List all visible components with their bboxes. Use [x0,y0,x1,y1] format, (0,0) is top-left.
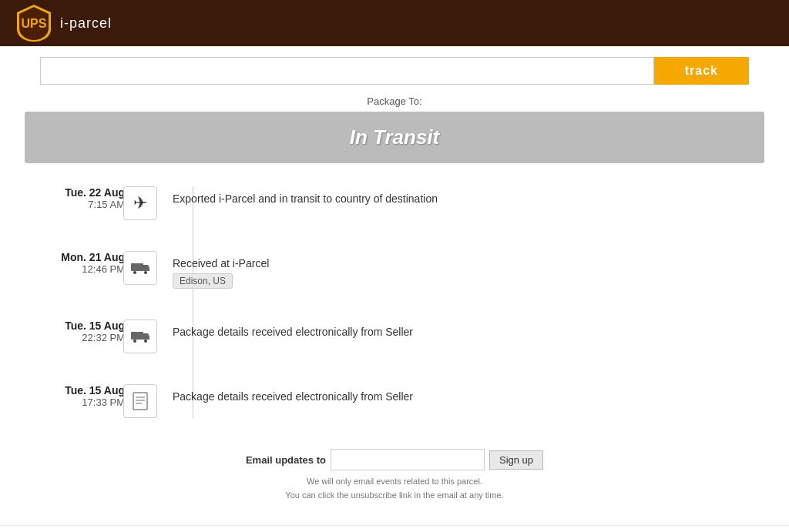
header: UPS i-parcel [0,0,789,46]
location-badge: Edison, US [173,273,233,289]
event-text: Package details received electronically … [173,326,749,338]
search-bar: track [25,46,764,95]
search-input[interactable] [40,57,654,85]
timeline-content: Received at i-Parcel Edison, US [157,251,749,289]
email-note-line2: You can click the unsubscribe link in th… [40,489,749,503]
package-to-label: Package To: [0,95,789,107]
timeline-content: Package details received electronically … [157,384,749,403]
timeline: Tue. 22 Aug 7:15 AM ✈ Exported i-Parcel … [25,186,764,418]
signup-button[interactable]: Sign up [489,450,543,470]
event-text: Exported i-Parcel and in transit to coun… [173,192,749,205]
timeline-line [193,186,193,418]
date-day: Tue. 15 Aug [40,320,125,332]
svg-point-5 [133,340,136,343]
timeline-item: Mon. 21 Aug 12:46 PM Received at i-Parce… [40,251,749,289]
timeline-content: Package details received electronically … [157,320,749,338]
truck-icon [123,251,157,285]
email-section: Email updates to Sign up We will only em… [25,449,764,517]
event-text: Package details received electronically … [173,390,749,403]
svg-rect-7 [133,393,147,410]
svg-rect-1 [131,263,143,271]
timeline-item: Tue. 15 Aug 17:33 PM Package details rec… [40,384,749,418]
footer: Questions, comments or concerns about yo… [0,525,789,532]
svg-point-2 [133,271,136,274]
status-text: In Transit [350,125,440,149]
date-time: 7:15 AM [40,199,125,210]
date-day: Tue. 15 Aug [40,384,125,396]
svg-rect-4 [131,332,143,340]
plane-icon: ✈ [123,186,157,220]
timeline-content: Exported i-Parcel and in transit to coun… [157,186,749,205]
brand-name: i-parcel [60,15,112,32]
date-time: 17:33 PM [40,396,125,408]
email-note-line1: We will only email events related to thi… [40,475,749,489]
email-input[interactable] [331,449,485,470]
track-button[interactable]: track [654,57,749,85]
timeline-item: Tue. 15 Aug 22:32 PM Package details rec… [40,320,749,353]
date-day: Mon. 21 Aug [40,251,125,263]
truck-icon [123,320,157,353]
svg-text:UPS: UPS [22,17,47,30]
svg-point-6 [144,340,147,343]
ups-logo-icon: UPS [15,3,52,43]
date-day: Tue. 22 Aug [40,186,125,199]
svg-point-3 [144,271,147,274]
event-text: Received at i-Parcel [173,257,749,269]
date-time: 22:32 PM [40,332,125,343]
timeline-item: Tue. 22 Aug 7:15 AM ✈ Exported i-Parcel … [40,186,749,220]
document-icon [123,384,157,418]
date-time: 12:46 PM [40,263,125,275]
email-row: Email updates to Sign up [40,449,749,470]
status-banner: In Transit [25,112,764,163]
logo-container: UPS i-parcel [15,3,112,43]
email-label: Email updates to [246,454,326,466]
